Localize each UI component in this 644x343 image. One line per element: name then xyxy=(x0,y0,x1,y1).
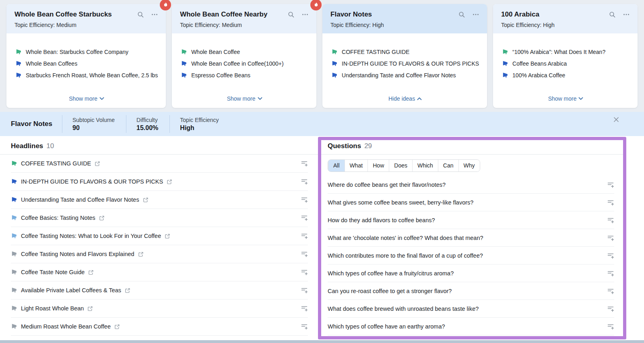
external-link-icon[interactable] xyxy=(138,252,143,257)
trending-flame-badge xyxy=(160,0,171,10)
more-options-icon[interactable] xyxy=(151,11,158,18)
show-more-link[interactable]: Show more xyxy=(227,95,262,102)
add-to-list-icon[interactable] xyxy=(301,215,308,221)
idea-item: IN-DEPTH GUIDE TO FLAVORS & OUR TOPS PIC… xyxy=(331,60,479,67)
chevron-down-icon xyxy=(417,97,422,100)
idea-text: Espresso Coffee Beans xyxy=(191,72,250,79)
megaphone-icon xyxy=(502,49,508,55)
add-to-list-icon[interactable] xyxy=(607,288,614,294)
flame-icon xyxy=(313,2,319,8)
chevron-down-icon xyxy=(258,97,262,100)
search-icon[interactable] xyxy=(288,11,295,18)
question-text: Which types of coffee have a fruity/citr… xyxy=(328,270,454,277)
card-title: Flavor Notes xyxy=(330,10,451,19)
headline-row: Available Private Label Coffees & Teas xyxy=(11,281,308,300)
card-body: Whole Bean: Starbucks Coffee Company Who… xyxy=(6,33,166,108)
questions-list: Where do coffee beans get their flavor/n… xyxy=(321,176,623,335)
add-to-list-icon[interactable] xyxy=(301,323,308,330)
add-to-list-icon[interactable] xyxy=(607,235,614,241)
headline-text[interactable]: Coffee Basics: Tasting Notes xyxy=(21,215,95,221)
question-filter-button[interactable]: Why xyxy=(458,160,480,172)
add-to-list-icon[interactable] xyxy=(301,160,308,167)
external-link-icon[interactable] xyxy=(167,179,172,184)
headlines-panel: Headlines 10 COFFEE TASTING GUIDE xyxy=(0,136,318,340)
question-filter-button[interactable]: Does xyxy=(389,160,412,172)
question-filter-button[interactable]: All xyxy=(328,160,345,172)
show-more-link[interactable]: Show more xyxy=(548,95,584,102)
megaphone-icon xyxy=(11,305,17,312)
show-more-link[interactable]: Hide ideas xyxy=(388,95,422,102)
add-to-list-icon[interactable] xyxy=(607,199,614,206)
more-options-icon[interactable] xyxy=(623,11,630,18)
card-title: Whole Bean Coffee Nearby xyxy=(180,10,281,19)
megaphone-icon xyxy=(11,215,17,221)
headline-text[interactable]: IN-DEPTH GUIDE TO FLAVORS & OUR TOPS PIC… xyxy=(21,178,163,185)
close-icon[interactable] xyxy=(613,117,619,122)
add-to-list-icon[interactable] xyxy=(301,305,308,312)
megaphone-icon xyxy=(15,72,22,79)
external-link-icon[interactable] xyxy=(99,215,104,221)
search-icon[interactable] xyxy=(609,11,616,18)
external-link-icon[interactable] xyxy=(87,306,93,311)
headline-text[interactable]: Light Roast Whole Bean xyxy=(21,305,84,312)
add-to-list-icon[interactable] xyxy=(607,182,614,188)
metric: Topic Efficiency High xyxy=(169,115,230,133)
headline-text[interactable]: Coffee Tasting Notes and Flavors Explain… xyxy=(21,251,134,257)
headline-text[interactable]: COFFEE TASTING GUIDE xyxy=(21,160,91,167)
add-to-list-icon[interactable] xyxy=(301,233,308,239)
card-header: Whole Bean Coffee Nearby xyxy=(172,4,316,33)
add-to-list-icon[interactable] xyxy=(607,306,614,312)
headline-text[interactable]: Coffee Taste Note Guide xyxy=(21,269,85,275)
megaphone-icon xyxy=(331,49,338,55)
external-link-icon[interactable] xyxy=(143,197,148,202)
add-to-list-icon[interactable] xyxy=(301,178,308,185)
topic-card[interactable]: Flavor Notes Topic E xyxy=(322,4,487,108)
headline-row: Light Roast Whole Bean xyxy=(11,300,308,318)
question-row: Which types of coffee have an earthy aro… xyxy=(328,318,614,335)
more-options-icon[interactable] xyxy=(302,11,308,18)
add-to-list-icon[interactable] xyxy=(301,287,308,293)
add-to-list-icon[interactable] xyxy=(301,269,308,275)
question-filter-button[interactable]: How xyxy=(367,160,389,172)
external-link-icon[interactable] xyxy=(165,233,170,239)
topic-efficiency-value: Medium xyxy=(56,22,76,28)
add-to-list-icon[interactable] xyxy=(607,270,614,277)
topic-efficiency-value: Medium xyxy=(222,22,242,28)
search-icon[interactable] xyxy=(137,11,144,18)
search-icon[interactable] xyxy=(458,11,465,18)
topic-card[interactable]: 100 Arabica Topic Ef xyxy=(493,4,638,108)
more-options-icon[interactable] xyxy=(473,11,479,18)
topic-card[interactable]: Whole Bean Coffee Starbucks xyxy=(6,4,166,108)
megaphone-icon xyxy=(15,60,22,67)
headline-text[interactable]: Available Private Label Coffees & Teas xyxy=(21,287,121,293)
metric: Difficulty 15.00% xyxy=(126,115,169,133)
add-to-list-icon[interactable] xyxy=(301,196,308,203)
question-filter-button[interactable]: Can xyxy=(438,160,458,172)
question-filter-button[interactable]: What xyxy=(345,160,368,172)
card-footer: Show more xyxy=(15,95,158,104)
megaphone-icon xyxy=(11,160,17,167)
headline-row: Coffee Basics: Tasting Notes xyxy=(11,209,308,227)
add-to-list-icon[interactable] xyxy=(607,252,614,259)
question-filter-button[interactable]: Which xyxy=(412,160,438,172)
external-link-icon[interactable] xyxy=(88,270,93,275)
question-row: Can you re-roast coffee to get a stronge… xyxy=(328,282,614,300)
add-to-list-icon[interactable] xyxy=(607,323,614,330)
headline-text[interactable]: Coffee Tasting Notes: What to Look For i… xyxy=(21,233,161,239)
questions-title: Questions xyxy=(328,142,361,150)
topic-card[interactable]: Whole Bean Coffee Nearby xyxy=(172,4,316,108)
external-link-icon[interactable] xyxy=(95,161,100,166)
topic-efficiency-label: Topic Efficiency: xyxy=(180,22,220,28)
external-link-icon[interactable] xyxy=(114,324,120,329)
metric-value: 15.00% xyxy=(136,124,158,132)
headline-text[interactable]: Medium Roast Whole Bean Coffee xyxy=(21,323,111,330)
idea-item: Whole Bean Coffees xyxy=(15,60,158,67)
headline-text[interactable]: Understanding Taste and Coffee Flavor No… xyxy=(21,196,139,203)
headline-row: Understanding Taste and Coffee Flavor No… xyxy=(11,191,308,209)
show-more-label: Hide ideas xyxy=(388,95,415,102)
add-to-list-icon[interactable] xyxy=(607,217,614,223)
add-to-list-icon[interactable] xyxy=(301,251,308,257)
idea-item: Whole Bean: Starbucks Coffee Company xyxy=(15,49,158,55)
external-link-icon[interactable] xyxy=(125,288,130,293)
show-more-link[interactable]: Show more xyxy=(69,95,104,102)
